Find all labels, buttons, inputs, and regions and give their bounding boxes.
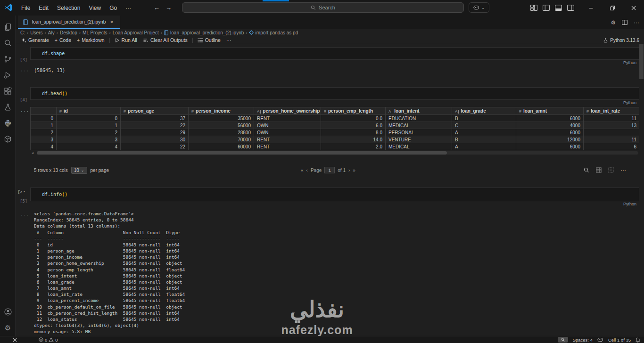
- notebook-file-icon: [164, 30, 168, 35]
- horizontal-scrollbar[interactable]: [37, 151, 638, 155]
- table-row[interactable]: 112256000OWN6.0MEDICALC400013: [31, 122, 640, 129]
- breadcrumb-item[interactable]: ML Projects: [82, 30, 107, 35]
- table-row[interactable]: 442260000RENT2.0MEDICALA60006: [31, 143, 640, 150]
- run-all-button[interactable]: Run All: [112, 37, 140, 44]
- account-icon[interactable]: [0, 304, 16, 319]
- problems-indicator[interactable]: 0 0: [39, 337, 58, 343]
- cell-language-label[interactable]: Python: [30, 100, 636, 105]
- col-header-id[interactable]: #id: [57, 107, 121, 115]
- col-header-person-age[interactable]: #person_age: [121, 107, 189, 115]
- table-search-icon[interactable]: [584, 167, 589, 173]
- breadcrumb-item[interactable]: Loan Approval Project: [112, 30, 159, 35]
- menu-view[interactable]: View: [84, 3, 105, 13]
- cell-language-label[interactable]: Python: [30, 202, 636, 206]
- command-search-input[interactable]: Search: [182, 2, 464, 13]
- menu-selection[interactable]: Selection: [53, 3, 84, 13]
- settings-gear-icon[interactable]: ⚙: [0, 320, 16, 335]
- outline-button[interactable]: Outline: [195, 37, 223, 44]
- breadcrumb-item[interactable]: Aly: [48, 30, 55, 35]
- notebook-settings-gear-icon[interactable]: ⚙: [611, 19, 616, 26]
- breadcrumb-separator: ›: [25, 30, 30, 35]
- menu-edit[interactable]: Edit: [34, 3, 53, 13]
- output-collapse-icon[interactable]: ···: [20, 109, 29, 114]
- copilot-status-icon[interactable]: [597, 337, 603, 343]
- back-arrow-icon[interactable]: ←: [154, 4, 160, 11]
- toggle-secondary-sidebar-icon[interactable]: [567, 5, 574, 11]
- jupyter-icon[interactable]: [0, 131, 16, 147]
- grid-lines-icon[interactable]: [608, 167, 614, 173]
- code-cell-df-shape[interactable]: df.shape: [30, 47, 639, 60]
- menu-file[interactable]: File: [17, 3, 34, 13]
- remote-indicator-icon[interactable]: [13, 338, 17, 342]
- code-cell-df-head[interactable]: df.head(): [30, 87, 639, 100]
- page-size-select[interactable]: 10 ⌄: [71, 167, 87, 174]
- spaces-indicator[interactable]: Spaces: 4: [573, 337, 593, 343]
- copilot-chat-button[interactable]: ⌄: [469, 2, 489, 13]
- split-editor-icon[interactable]: [622, 20, 627, 25]
- customize-layout-icon[interactable]: [530, 5, 537, 11]
- run-cell-button[interactable]: ▷ ⌄: [18, 188, 25, 195]
- breadcrumb-file-item[interactable]: loan_approval_prediction_(2).ipynb: [170, 30, 244, 35]
- breadcrumb-separator: ›: [244, 30, 248, 35]
- editor-more-actions-icon[interactable]: ···: [634, 19, 639, 26]
- col-header-loan-intent[interactable]: Aloan_intent: [386, 107, 452, 115]
- search-placeholder: Search: [319, 5, 335, 10]
- toggle-panel-icon[interactable]: [555, 5, 562, 11]
- minimize-button[interactable]: ─: [580, 0, 602, 16]
- breadcrumb-cell-item[interactable]: import pandas as pd: [255, 30, 299, 35]
- output-collapse-icon[interactable]: ···: [20, 213, 29, 218]
- extensions-icon[interactable]: [0, 83, 16, 99]
- table-row[interactable]: 003735000RENT0.0EDUCATIONB600011: [31, 115, 640, 122]
- table-row[interactable]: 222928800OWN8.0PERSONALA6000: [31, 129, 640, 136]
- menu-go[interactable]: Go: [105, 3, 121, 13]
- breadcrumb-item[interactable]: Desktop: [59, 30, 78, 35]
- col-header-person-home-ownership[interactable]: Aperson_home_ownership: [254, 107, 321, 115]
- run-debug-icon[interactable]: [0, 67, 16, 83]
- add-code-cell-button[interactable]: + Code: [52, 37, 74, 44]
- breadcrumb-item[interactable]: C:: [20, 30, 25, 35]
- menu-more-icon[interactable]: ···: [121, 3, 135, 13]
- toolbar-more-actions-icon[interactable]: ···: [223, 37, 234, 44]
- toggle-sidebar-icon[interactable]: [543, 5, 550, 11]
- warnings-count: 0: [55, 337, 58, 343]
- page-input[interactable]: [324, 167, 335, 173]
- search-icon[interactable]: [0, 35, 16, 51]
- last-page-icon[interactable]: »: [353, 168, 355, 173]
- table-row[interactable]: 333070000RENT14.0VENTUREB1200011: [31, 136, 640, 143]
- code-cell-df-info[interactable]: df.info(): [30, 188, 639, 201]
- source-control-icon[interactable]: [0, 51, 16, 67]
- tab-notebook[interactable]: loan_approval_prediction_(2).ipynb ✕: [18, 16, 120, 29]
- col-header-person-emp-length[interactable]: #person_emp_length: [321, 107, 386, 115]
- screen-reader-zoom-button[interactable]: [558, 337, 568, 343]
- kernel-picker-button[interactable]: Python 3.13.6: [603, 36, 639, 44]
- add-markdown-cell-button[interactable]: + Markdown: [74, 37, 107, 44]
- testing-icon[interactable]: [0, 99, 16, 115]
- col-header-person-income[interactable]: #person_income: [189, 107, 254, 115]
- first-page-icon[interactable]: «: [301, 168, 304, 173]
- explorer-icon[interactable]: [0, 19, 16, 35]
- horizontal-scrollbar-thumb[interactable]: [37, 151, 447, 155]
- close-button[interactable]: [623, 0, 644, 16]
- col-header-loan-amnt[interactable]: #loan_amnt: [516, 107, 584, 115]
- next-page-icon[interactable]: ›: [348, 168, 350, 173]
- cell-position-indicator[interactable]: Cell 1 of 35: [608, 337, 631, 343]
- prev-page-icon[interactable]: ‹: [306, 168, 308, 173]
- breadcrumb-item[interactable]: Users: [30, 30, 43, 35]
- token-shape: shape: [50, 51, 65, 56]
- clear-all-icon: [143, 38, 149, 43]
- notifications-bell-icon[interactable]: [636, 337, 640, 343]
- col-header-loan-grade[interactable]: Aloan_grade: [452, 107, 516, 115]
- table-more-actions-icon[interactable]: ···: [620, 167, 626, 173]
- clear-all-outputs-button[interactable]: Clear All Outputs: [140, 37, 190, 44]
- forward-arrow-icon[interactable]: →: [165, 4, 172, 11]
- scroll-left-icon[interactable]: ◂: [32, 151, 33, 155]
- tab-close-icon[interactable]: ✕: [108, 19, 115, 25]
- col-header-loan-int-rate[interactable]: #loan_int_rate: [584, 107, 640, 115]
- generate-button[interactable]: Generate: [18, 37, 52, 44]
- vertical-scrollbar-thumb[interactable]: [639, 44, 644, 79]
- cell-language-label[interactable]: Python: [30, 60, 636, 65]
- python-extension-icon[interactable]: [0, 115, 16, 131]
- restore-button[interactable]: [602, 0, 623, 16]
- output-collapse-icon[interactable]: ···: [20, 69, 29, 74]
- grid-view-icon[interactable]: [596, 167, 602, 173]
